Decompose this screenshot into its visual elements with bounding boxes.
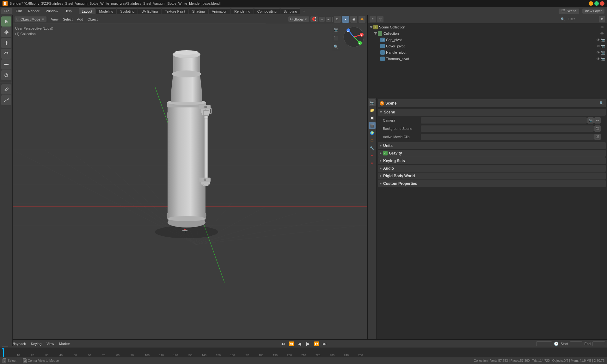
start-frame-input[interactable]: 1 (570, 341, 582, 346)
physics-props-icon[interactable]: ⚛ (369, 160, 376, 167)
cover-pivot-render[interactable]: 📷 (601, 44, 605, 48)
gravity-checkbox[interactable]: ✓ (383, 151, 388, 155)
audio-section-header[interactable]: Audio (378, 165, 606, 172)
thermos-pivot-visibility[interactable]: 👁 (597, 57, 600, 61)
end-frame-input[interactable]: 250 (592, 341, 605, 346)
render-props-icon[interactable]: 📷 (369, 99, 376, 106)
viewport-3d[interactable]: User Perspective (Local) (1) Collection (13, 23, 367, 339)
step-forward-button[interactable]: ⏩ (313, 341, 320, 347)
tab-uv-editing[interactable]: UV Editing (138, 8, 161, 14)
menu-render[interactable]: Render (26, 8, 42, 14)
collection-visibility[interactable]: 👁 (600, 32, 604, 35)
movie-clip-input[interactable] (421, 134, 594, 140)
add-workspace-button[interactable]: + (301, 8, 307, 14)
jump-to-end-button[interactable]: ⏭ (322, 341, 328, 347)
outliner-collection[interactable]: Collection 👁 (368, 30, 607, 37)
material-preview-button[interactable]: ◉ (350, 16, 357, 23)
custom-props-header[interactable]: Custom Properties (378, 180, 606, 187)
maximize-button[interactable] (594, 1, 599, 6)
view-camera-button[interactable]: 📷 (332, 26, 340, 33)
timeline-ruler[interactable]: 1 10 20 30 40 50 60 70 80 90 100 110 120… (0, 348, 607, 357)
proportional-editing[interactable]: ○ (319, 17, 325, 22)
background-scene-picker[interactable]: 🎬 (594, 125, 601, 132)
units-section-header[interactable]: Units (378, 142, 606, 149)
select-menu[interactable]: Select (61, 17, 74, 22)
cap-pivot-render[interactable]: 📷 (601, 38, 605, 42)
outliner-thermos-pivot[interactable]: Thermos_pivot 👁 📷 (368, 56, 607, 62)
cursor-tool-button[interactable] (1, 27, 11, 37)
rendered-button[interactable]: 🔆 (359, 16, 365, 23)
move-tool-button[interactable] (1, 38, 11, 48)
background-scene-input[interactable] (421, 125, 594, 132)
transform-tool-button[interactable] (1, 70, 11, 80)
particles-props-icon[interactable]: ✦ (369, 152, 376, 159)
tab-modeling[interactable]: Modeling (96, 8, 117, 14)
menu-window[interactable]: Window (43, 8, 61, 14)
pivot-point-selector[interactable]: ⊙ Global ▼ (288, 16, 309, 22)
tab-rendering[interactable]: Rendering (231, 8, 254, 14)
tab-sculpting[interactable]: Sculpting (117, 8, 138, 14)
world-props-icon[interactable]: 🌍 (369, 130, 376, 136)
view-menu[interactable]: View (49, 17, 60, 22)
outliner-filter-icon[interactable]: ▽ (377, 16, 383, 22)
tab-texture-paint[interactable]: Texture Paint (162, 8, 188, 14)
orientation-gizmo[interactable]: Z X Y (343, 26, 365, 48)
measure-tool-button[interactable] (1, 95, 11, 105)
tab-scripting[interactable]: Scripting (280, 8, 300, 14)
camera-picker-icon[interactable]: 📷 (587, 117, 594, 124)
scale-tool-button[interactable] (1, 59, 11, 70)
outliner-options-button[interactable]: ⚙ (599, 16, 605, 22)
keying-menu[interactable]: Keying (29, 341, 43, 346)
outliner-type-icon[interactable]: ≡ (370, 16, 376, 22)
play-back-button[interactable]: ◀ (296, 341, 303, 347)
select-tool-button[interactable] (1, 16, 11, 27)
scene-props-icon[interactable]: 🎬 (369, 122, 376, 129)
step-back-button[interactable]: ⏪ (288, 341, 294, 347)
marker-menu[interactable]: Marker (58, 341, 71, 346)
play-button[interactable]: ▶ (304, 340, 311, 347)
tab-layout[interactable]: Layout (79, 8, 95, 14)
annotate-tool-button[interactable] (1, 84, 11, 94)
wireframe-button[interactable]: □ (334, 16, 341, 23)
scene-section-header[interactable]: Scene (378, 109, 606, 116)
view-layer-selector[interactable]: View Layer (582, 9, 604, 14)
zoom-in-button[interactable]: 🔍 (332, 43, 340, 51)
rigid-body-header[interactable]: Rigid Body World (378, 173, 606, 179)
keying-sets-header[interactable]: Keying Sets (378, 157, 606, 164)
handle-pivot-render[interactable]: 📷 (601, 51, 605, 55)
window-controls[interactable] (589, 1, 604, 6)
close-button[interactable] (600, 1, 604, 6)
view-layer-props-icon[interactable]: 🔲 (369, 114, 376, 121)
menu-help[interactable]: Help (62, 8, 74, 14)
tab-shading[interactable]: Shading (189, 8, 208, 14)
gravity-section-header[interactable]: ✓ Gravity (378, 150, 606, 157)
cover-pivot-visibility[interactable]: 👁 (597, 44, 600, 48)
handle-pivot-visibility[interactable]: 👁 (597, 51, 600, 54)
scene-selector[interactable]: 🎬 Scene (559, 9, 579, 14)
thermos-pivot-render[interactable]: 📷 (601, 57, 605, 61)
tab-compositing[interactable]: Compositing (254, 8, 280, 14)
playback-menu[interactable]: Playback (10, 341, 28, 346)
outliner-handle-pivot[interactable]: Handle_pivot 👁 📷 (368, 49, 607, 56)
outliner-search-input[interactable] (566, 17, 598, 21)
modifier-props-icon[interactable]: 🔧 (369, 145, 376, 152)
solid-shading-button[interactable]: ● (342, 16, 349, 23)
current-frame-input[interactable]: 1 (536, 341, 552, 346)
snap-toggle[interactable]: 🧲 (310, 16, 318, 22)
tab-animation[interactable]: Animation (209, 8, 230, 14)
outliner-visibility-icon[interactable]: 👁 (600, 25, 604, 29)
camera-edit-icon[interactable]: ✏ (594, 117, 601, 124)
mode-dropdown[interactable]: ⬡ Object Mode ▼ (15, 16, 46, 22)
movie-clip-picker[interactable]: 🎬 (594, 134, 601, 140)
view-menu-timeline[interactable]: View (45, 341, 56, 346)
menu-edit[interactable]: Edit (13, 8, 24, 14)
jump-to-start-button[interactable]: ⏮ (280, 341, 286, 347)
add-menu[interactable]: Add (76, 17, 85, 22)
output-props-icon[interactable]: 📁 (369, 107, 376, 114)
minimize-button[interactable] (589, 1, 593, 6)
thermos-object[interactable] (136, 36, 237, 238)
props-filter-icon[interactable]: 🔍 (599, 101, 604, 105)
overlay-toggle[interactable]: ≡ (326, 17, 331, 22)
view-all-button[interactable]: ⬛ (332, 34, 340, 42)
outliner-scene-collection[interactable]: S Scene Collection 👁 (368, 24, 607, 30)
